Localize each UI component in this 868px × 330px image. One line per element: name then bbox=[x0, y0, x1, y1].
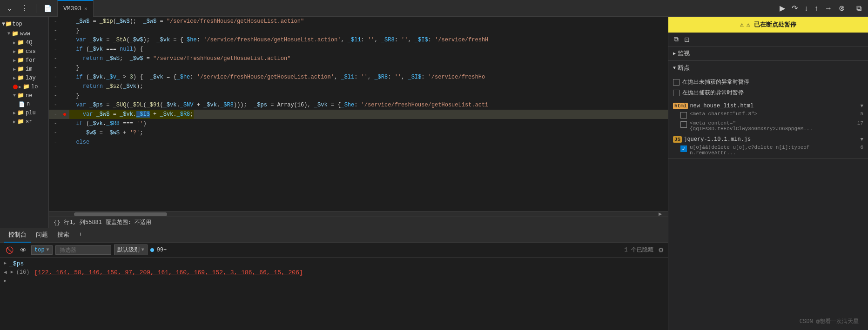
tab-add[interactable]: + bbox=[74, 228, 87, 242]
ps-expand-btn[interactable]: ▶ bbox=[4, 260, 7, 266]
n-file-icon: 📄 bbox=[19, 101, 25, 107]
tab-label: VM393 bbox=[63, 5, 81, 12]
clear-console-btn[interactable]: 🚫 bbox=[4, 245, 15, 255]
ps-name: _$ps bbox=[9, 260, 24, 267]
expand-panel-btn[interactable]: ⧉ bbox=[854, 2, 864, 14]
bp-code-2: <meta content="{qqIFsSD.tHEovlClwySoGmXs… bbox=[690, 120, 855, 132]
eye-btn[interactable]: 👁 bbox=[18, 245, 28, 255]
bp-line-3: 6 bbox=[860, 145, 863, 150]
bp-line-1: 5 bbox=[860, 111, 863, 117]
plu-arrow: ▶ bbox=[13, 110, 16, 116]
step-over-btn[interactable]: ↷ bbox=[789, 2, 800, 14]
tab-console[interactable]: 控制台 bbox=[4, 228, 31, 243]
deactivate-btn[interactable]: ⊗ bbox=[836, 2, 847, 14]
resume-btn[interactable]: ▶ bbox=[777, 2, 787, 14]
root-folder-icon: 📁 bbox=[5, 20, 12, 27]
watch-section-header[interactable]: ▶ 监视 bbox=[668, 46, 868, 60]
line-content-7: if (_$vk._$v_ > 3) { _$vk = {_$he: '/ser… bbox=[69, 73, 485, 82]
braces-icon: {} bbox=[54, 219, 60, 226]
line-num-8: - bbox=[51, 82, 60, 91]
bp-arrow: ▼ bbox=[673, 66, 676, 71]
expand-panel-btn-2[interactable]: ⧉ bbox=[672, 34, 680, 44]
console-settings-btn[interactable]: ⚙ bbox=[658, 246, 664, 254]
4q-arrow: ▶ bbox=[13, 40, 16, 46]
exception-checkbox-1[interactable] bbox=[673, 79, 680, 86]
breakpoints-section: ▼ 断点 在抛出未捕获的异常时暂停 在抛出捕获的异常时暂停 bbox=[668, 61, 868, 159]
sidebar-root[interactable]: ▼ 📁 top bbox=[0, 19, 48, 29]
file-header-2[interactable]: JS jquery-1.10.1.min.js ▼ bbox=[673, 135, 863, 144]
tab-issues-label: 问题 bbox=[36, 231, 48, 238]
step-out-btn[interactable]: ↑ bbox=[812, 3, 821, 14]
code-line-2: - } bbox=[49, 26, 668, 35]
exception-checkbox-2[interactable] bbox=[673, 90, 680, 96]
watch-arrow: ▶ bbox=[673, 51, 676, 56]
editor-status-bar: {} 行1, 列55881 覆盖范围: 不适用 bbox=[49, 217, 668, 228]
bp-checkbox-1[interactable] bbox=[680, 112, 687, 119]
js-badge: JS bbox=[673, 136, 682, 143]
4q-folder-icon: 📁 bbox=[17, 39, 24, 46]
code-line-7: - if (_$vk._$v_ > 3) { _$vk = {_$he: '/s… bbox=[49, 73, 668, 82]
breakpoints-content: 在抛出未捕获的异常时暂停 在抛出捕获的异常时暂停 html new_house_… bbox=[668, 75, 868, 158]
level-dropdown-arrow: ▼ bbox=[141, 247, 144, 252]
ne-folder-icon: 📁 bbox=[17, 92, 24, 99]
sidebar-item-ne[interactable]: ▼ 📁 ne bbox=[0, 91, 48, 100]
bp-entry-2: <meta content="{qqIFsSD.tHEovlClwySoGmXs… bbox=[673, 119, 863, 132]
code-line-12: - if (_$vk._$R8 === '') bbox=[49, 119, 668, 128]
level-selector[interactable]: 默认级别 ▼ bbox=[114, 244, 148, 255]
console-line-empty: ▶ bbox=[4, 277, 664, 284]
bp-code-3: u[o]&&(delete u[o],c?delete n[1]:typeof … bbox=[690, 145, 857, 156]
tab-search-label: 搜索 bbox=[57, 231, 69, 238]
chevron-down-btn[interactable]: ⌄ bbox=[4, 2, 15, 14]
code-line-14: - else bbox=[49, 138, 668, 147]
exception-label-1: 在抛出未捕获的异常时暂停 bbox=[682, 78, 749, 86]
console-right: CSDN @想看一次满天星 bbox=[668, 228, 868, 330]
line-content-1: _$w$ = _$1p(_$w$); _$w$ = "/service/fres… bbox=[69, 17, 304, 26]
tab-issues[interactable]: 问题 bbox=[31, 228, 53, 243]
sidebar-item-for[interactable]: ▶ 📁 for bbox=[0, 56, 48, 65]
sidebar-item-lo[interactable]: ▶ 📁 lo bbox=[0, 82, 48, 91]
array-expand-btn[interactable]: ▶ bbox=[11, 269, 13, 275]
console-content[interactable]: ▶ _$ps ◀ ▶ (16) [122, 164, 58, 146, 150,… bbox=[0, 257, 668, 330]
im-label: im bbox=[26, 66, 32, 73]
code-container[interactable]: - _$w$ = _$1p(_$w$); _$w$ = "/service/fr… bbox=[49, 17, 668, 211]
tab-close-btn[interactable]: ✕ bbox=[84, 6, 87, 12]
step-into-btn[interactable]: ↓ bbox=[802, 3, 810, 14]
vm393-tab[interactable]: VM393 ✕ bbox=[57, 0, 94, 17]
more-options-btn[interactable]: ⋮ bbox=[18, 2, 31, 14]
sidebar-item-lay[interactable]: ▶ 📁 lay bbox=[0, 73, 48, 82]
bottom-area: 控制台 问题 搜索 + 🚫 👁 top ▼ 默认级别 ▼ bbox=[0, 228, 868, 330]
context-selector[interactable]: top ▼ bbox=[31, 245, 53, 255]
bp-checkbox-2[interactable] bbox=[680, 121, 687, 128]
sidebar-item-4q[interactable]: ▶ 📁 4Q bbox=[0, 38, 48, 47]
filter-input[interactable] bbox=[55, 245, 111, 255]
line-num-1: - bbox=[51, 17, 60, 26]
www-folder-icon: 📁 bbox=[12, 30, 19, 37]
sidebar-item-css[interactable]: ▶ 📁 css bbox=[0, 47, 48, 56]
bp-row-1: <meta charset="utf-8"> bbox=[690, 111, 857, 117]
plu-folder-icon: 📁 bbox=[17, 109, 24, 116]
file-name-1: new_house_list.html bbox=[690, 103, 754, 109]
console-toolbar: 🚫 👁 top ▼ 默认级别 ▼ 99+ 1 个已隐藏 ⚙ bbox=[0, 243, 668, 257]
sidebar-item-sr[interactable]: ▶ 📁 sr bbox=[0, 117, 48, 126]
line-num-5: - bbox=[51, 54, 60, 63]
tab-search[interactable]: 搜索 bbox=[53, 228, 74, 243]
line-content-12: if (_$vk._$R8 === '') bbox=[69, 119, 147, 128]
step-btn[interactable]: → bbox=[822, 3, 834, 14]
bp-checkbox-3[interactable]: ✓ bbox=[680, 145, 687, 152]
sidebar-item-n[interactable]: 📄 n bbox=[0, 100, 48, 108]
sidebar-item-im[interactable]: ▶ 📁 im bbox=[0, 65, 48, 73]
breakpoints-section-header[interactable]: ▼ 断点 bbox=[668, 61, 868, 75]
file-icon-btn[interactable]: 📄 bbox=[41, 3, 54, 14]
line-content-10: var _$ps = _$UQ(_$DL(_$91(_$vk._$NV + _$… bbox=[69, 100, 488, 110]
hidden-count: 1 个已隐藏 bbox=[625, 246, 653, 254]
array-left-arrow[interactable]: ◀ bbox=[4, 269, 7, 275]
debug-panel: ⚠ ⚠ 已在断点处暂停 ⧉ ⊡ ▶ 监视 ▼ 断点 bbox=[668, 17, 868, 228]
split-panel-btn[interactable]: ⊡ bbox=[682, 35, 692, 44]
file-header-1[interactable]: html new_house_list.html ▼ bbox=[673, 102, 863, 110]
scroll-thumb[interactable] bbox=[74, 212, 167, 216]
sidebar-item-www[interactable]: ▼ 📁 www bbox=[0, 29, 48, 38]
sidebar-item-plu[interactable]: ▶ 📁 plu bbox=[0, 108, 48, 117]
file-arrow-2: ▼ bbox=[860, 137, 863, 142]
horizontal-scrollbar[interactable]: ▶ bbox=[49, 211, 668, 217]
empty-arrow[interactable]: ▶ bbox=[4, 278, 7, 284]
